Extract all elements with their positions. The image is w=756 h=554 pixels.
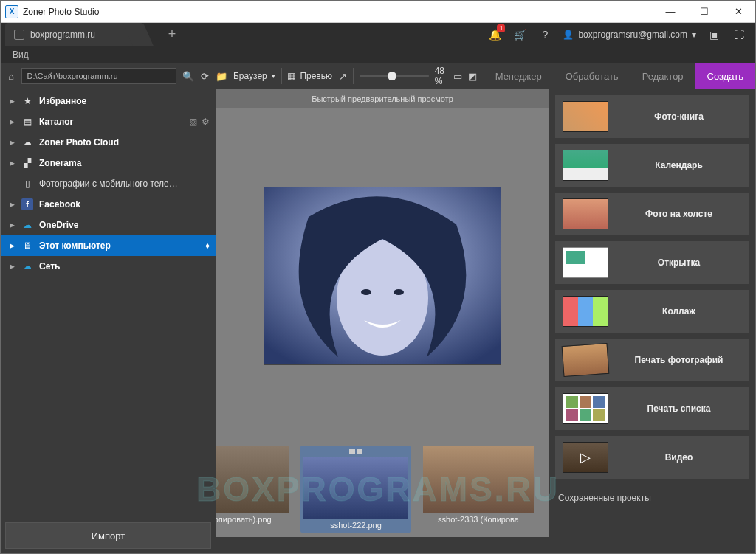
import-button[interactable]: Импорт [5, 522, 211, 549]
sidebar-item-mobile[interactable]: ▯Фотографии с мобильного теле… [1, 173, 216, 194]
saved-projects[interactable]: Сохраненные проекты [555, 485, 749, 510]
window-titlebar: X Zoner Photo Studio — ☐ ✕ [1, 1, 755, 23]
notifications-icon[interactable]: 🔔1 [487, 27, 502, 42]
create-postcard[interactable]: Открытка [555, 241, 749, 284]
facebook-icon: f [21, 198, 33, 210]
chevron-down-icon: ▾ [272, 72, 275, 80]
image-icon: ▦ [287, 71, 295, 81]
menu-view[interactable]: Вид [8, 48, 33, 61]
sort-icon[interactable]: ♦ [205, 240, 210, 251]
create-calendar[interactable]: Календарь [555, 144, 749, 187]
thumbnail[interactable]: 22 (Копировать).png [216, 446, 289, 524]
preview-image [264, 187, 501, 364]
sidebar-item-facebook[interactable]: ▶fFacebook [1, 194, 216, 215]
popout-icon[interactable]: ↗ [338, 69, 347, 83]
sidebar-item-zonerama[interactable]: ▶▞Zonerama [1, 153, 216, 173]
mode-manager[interactable]: Менеджер [484, 63, 554, 89]
thumbnail-label: sshot-2333 (Копирова [438, 515, 519, 524]
folder-tree: ▶★Избранное ▶▤Каталог▧⚙ ▶☁Zoner Photo Cl… [1, 89, 216, 518]
create-collage[interactable]: Коллаж [555, 290, 749, 333]
zonerama-icon: ▞ [21, 157, 33, 169]
actual-size-icon[interactable]: ◩ [468, 69, 477, 83]
thumbnail-image [216, 446, 289, 513]
home-icon[interactable]: ⌂ [7, 69, 16, 83]
sidebar-item-favorites[interactable]: ▶★Избранное [1, 91, 216, 111]
navigation-sidebar: ▶★Избранное ▶▤Каталог▧⚙ ▶☁Zoner Photo Cl… [1, 89, 216, 553]
chevron-down-icon: ▾ [692, 30, 696, 40]
create-panel: Фото-книга Календарь Фото на холсте Откр… [549, 89, 755, 553]
cart-icon[interactable]: 🛒 [512, 27, 527, 42]
thumbnail-label: sshot-222.png [330, 521, 382, 530]
gear-icon[interactable]: ⚙ [202, 117, 210, 127]
tab-icon [14, 30, 24, 40]
notification-badge: 1 [497, 24, 505, 32]
fullscreen-icon[interactable]: ⛶ [732, 27, 746, 42]
preview-caption: Быстрый предварительный просмотр [216, 89, 549, 108]
folder-icon[interactable]: 📁 [216, 69, 227, 83]
sidebar-item-this-pc[interactable]: ▶🖥Этот компьютер♦ [1, 235, 216, 256]
help-icon[interactable]: ? [537, 27, 552, 42]
create-print-photos[interactable]: Печать фотографий [555, 339, 749, 381]
document-tab-row: boxprogramm.ru + 🔔1 🛒 ? 👤 boxprogramsru@… [1, 23, 755, 46]
create-print-list[interactable]: Печать списка [555, 387, 749, 430]
toolbar: ⌂ D:\Сайт\boxprogramm.ru 🔍 ⟳ 📁 Браузер ▾… [1, 63, 755, 89]
create-video[interactable]: ▷Видео [555, 436, 749, 479]
mode-editor[interactable]: Редактор [630, 63, 695, 89]
svg-point-2 [361, 289, 371, 295]
star-icon: ★ [21, 95, 33, 107]
svg-point-3 [394, 289, 404, 295]
mode-create[interactable]: Создать [695, 63, 755, 89]
zoom-value: 48 % [435, 66, 447, 86]
sidebar-item-onedrive[interactable]: ▶☁OneDrive [1, 215, 216, 235]
thumbnail[interactable]: sshot-2333 (Копирова [423, 446, 534, 524]
document-tab[interactable]: boxprogramm.ru [5, 23, 138, 46]
tab-label: boxprogramm.ru [30, 30, 95, 40]
catalog-icon: ▤ [21, 116, 33, 128]
account-menu[interactable]: 👤 boxprogramsru@gmail.com ▾ [563, 30, 696, 40]
refresh-icon[interactable]: ⟳ [200, 69, 209, 83]
filmstrip-footer [216, 537, 549, 553]
network-icon: ☁ [21, 260, 33, 272]
thumbnail-selected[interactable]: sshot-222.png [300, 446, 411, 533]
sidebar-item-cloud[interactable]: ▶☁Zoner Photo Cloud [1, 132, 216, 153]
new-tab-button[interactable]: + [159, 23, 185, 46]
sidebar-item-catalog[interactable]: ▶▤Каталог▧⚙ [1, 111, 216, 132]
window-title: Zoner Photo Studio [23, 7, 99, 17]
menu-bar: Вид [1, 46, 755, 63]
add-folder-icon[interactable]: ▧ [189, 117, 197, 127]
create-photobook[interactable]: Фото-книга [555, 95, 749, 138]
sidebar-item-network[interactable]: ▶☁Сеть [1, 256, 216, 277]
phone-icon: ▯ [21, 178, 33, 190]
mode-develop[interactable]: Обработать [554, 63, 630, 89]
filmstrip: 22 (Копировать).png sshot-222.png sshot-… [216, 443, 549, 537]
preview-button[interactable]: ▦ Превью [287, 71, 332, 81]
search-icon[interactable]: 🔍 [182, 69, 194, 83]
user-icon: 👤 [563, 30, 574, 40]
thumbnail-image [303, 457, 408, 519]
preview-area[interactable] [216, 108, 549, 443]
cloud-icon: ☁ [21, 136, 33, 148]
zoom-slider[interactable] [360, 75, 429, 77]
maximize-button[interactable]: ☐ [687, 1, 721, 23]
computer-icon: 🖥 [21, 240, 33, 252]
fit-icon[interactable]: ▭ [453, 69, 462, 83]
present-icon[interactable]: ▣ [707, 27, 721, 42]
preview-pane: Быстрый предварительный просмотр [216, 89, 549, 553]
close-button[interactable]: ✕ [721, 1, 755, 23]
path-input[interactable]: D:\Сайт\boxprogramm.ru [21, 68, 176, 84]
minimize-button[interactable]: — [653, 1, 687, 23]
browser-button[interactable]: Браузер ▾ [233, 71, 275, 81]
create-canvas[interactable]: Фото на холсте [555, 193, 749, 235]
thumbnail-label: 22 (Копировать).png [216, 515, 272, 524]
thumbnail-image [423, 446, 534, 513]
account-email: boxprogramsru@gmail.com [578, 30, 687, 40]
app-logo-icon: X [5, 5, 18, 18]
onedrive-icon: ☁ [21, 219, 33, 231]
